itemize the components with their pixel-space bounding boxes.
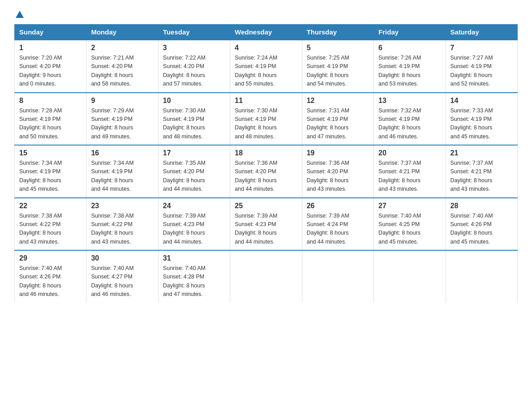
calendar-header-monday: Monday bbox=[86, 25, 158, 40]
day-info: Sunrise: 7:38 AMSunset: 4:22 PMDaylight:… bbox=[91, 212, 153, 247]
calendar-day-cell: 19Sunrise: 7:36 AMSunset: 4:20 PMDayligh… bbox=[302, 145, 373, 198]
day-info: Sunrise: 7:32 AMSunset: 4:19 PMDaylight:… bbox=[378, 107, 441, 141]
calendar-day-cell: 9Sunrise: 7:29 AMSunset: 4:19 PMDaylight… bbox=[86, 93, 158, 146]
calendar-week-row: 8Sunrise: 7:28 AMSunset: 4:19 PMDaylight… bbox=[15, 93, 518, 146]
calendar-day-cell: 25Sunrise: 7:39 AMSunset: 4:23 PMDayligh… bbox=[230, 198, 302, 251]
calendar-day-cell: 8Sunrise: 7:28 AMSunset: 4:19 PMDaylight… bbox=[15, 93, 86, 146]
day-number: 22 bbox=[19, 202, 82, 210]
day-number: 28 bbox=[450, 202, 513, 210]
day-info: Sunrise: 7:34 AMSunset: 4:19 PMDaylight:… bbox=[19, 159, 82, 194]
day-number: 30 bbox=[91, 254, 153, 262]
calendar-day-cell: 14Sunrise: 7:33 AMSunset: 4:19 PMDayligh… bbox=[446, 93, 517, 146]
day-info: Sunrise: 7:31 AMSunset: 4:19 PMDaylight:… bbox=[307, 107, 369, 141]
calendar-empty-cell bbox=[230, 250, 302, 303]
calendar-header-row: SundayMondayTuesdayWednesdayThursdayFrid… bbox=[15, 25, 518, 40]
logo-icon bbox=[16, 11, 24, 18]
day-number: 4 bbox=[235, 44, 297, 52]
day-number: 16 bbox=[91, 149, 153, 157]
day-info: Sunrise: 7:40 AMSunset: 4:27 PMDaylight:… bbox=[91, 264, 153, 299]
day-info: Sunrise: 7:39 AMSunset: 4:23 PMDaylight:… bbox=[163, 212, 225, 247]
calendar-header-thursday: Thursday bbox=[302, 25, 373, 40]
calendar-day-cell: 2Sunrise: 7:21 AMSunset: 4:20 PMDaylight… bbox=[86, 40, 158, 93]
calendar-day-cell: 21Sunrise: 7:37 AMSunset: 4:21 PMDayligh… bbox=[446, 145, 517, 198]
day-info: Sunrise: 7:24 AMSunset: 4:19 PMDaylight:… bbox=[235, 54, 297, 89]
day-info: Sunrise: 7:25 AMSunset: 4:19 PMDaylight:… bbox=[307, 54, 369, 89]
calendar-empty-cell bbox=[374, 250, 446, 303]
calendar-header-sunday: Sunday bbox=[15, 25, 86, 40]
calendar-day-cell: 15Sunrise: 7:34 AMSunset: 4:19 PMDayligh… bbox=[15, 145, 86, 198]
day-info: Sunrise: 7:36 AMSunset: 4:20 PMDaylight:… bbox=[307, 159, 369, 194]
day-info: Sunrise: 7:29 AMSunset: 4:19 PMDaylight:… bbox=[91, 107, 153, 141]
day-number: 8 bbox=[19, 97, 82, 105]
day-info: Sunrise: 7:40 AMSunset: 4:26 PMDaylight:… bbox=[19, 264, 82, 299]
day-number: 11 bbox=[235, 97, 297, 105]
day-number: 1 bbox=[19, 44, 82, 52]
calendar-day-cell: 16Sunrise: 7:34 AMSunset: 4:19 PMDayligh… bbox=[86, 145, 158, 198]
calendar-header-wednesday: Wednesday bbox=[230, 25, 302, 40]
day-info: Sunrise: 7:21 AMSunset: 4:20 PMDaylight:… bbox=[91, 54, 153, 89]
day-number: 13 bbox=[378, 97, 441, 105]
day-info: Sunrise: 7:38 AMSunset: 4:22 PMDaylight:… bbox=[19, 212, 82, 247]
day-number: 26 bbox=[307, 202, 369, 210]
calendar-week-row: 29Sunrise: 7:40 AMSunset: 4:26 PMDayligh… bbox=[15, 250, 518, 303]
day-number: 23 bbox=[91, 202, 153, 210]
calendar-header-friday: Friday bbox=[374, 25, 446, 40]
day-number: 27 bbox=[378, 202, 441, 210]
calendar-day-cell: 11Sunrise: 7:30 AMSunset: 4:19 PMDayligh… bbox=[230, 93, 302, 146]
day-info: Sunrise: 7:37 AMSunset: 4:21 PMDaylight:… bbox=[450, 159, 513, 194]
day-info: Sunrise: 7:33 AMSunset: 4:19 PMDaylight:… bbox=[450, 107, 513, 141]
calendar-day-cell: 17Sunrise: 7:35 AMSunset: 4:20 PMDayligh… bbox=[158, 145, 230, 198]
day-info: Sunrise: 7:40 AMSunset: 4:28 PMDaylight:… bbox=[163, 264, 225, 299]
calendar-header-saturday: Saturday bbox=[446, 25, 517, 40]
calendar-day-cell: 6Sunrise: 7:26 AMSunset: 4:19 PMDaylight… bbox=[374, 40, 446, 93]
day-info: Sunrise: 7:40 AMSunset: 4:26 PMDaylight:… bbox=[450, 212, 513, 247]
day-number: 14 bbox=[450, 97, 513, 105]
calendar-day-cell: 30Sunrise: 7:40 AMSunset: 4:27 PMDayligh… bbox=[86, 250, 158, 303]
day-info: Sunrise: 7:26 AMSunset: 4:19 PMDaylight:… bbox=[378, 54, 441, 89]
calendar-empty-cell bbox=[302, 250, 373, 303]
day-info: Sunrise: 7:27 AMSunset: 4:19 PMDaylight:… bbox=[450, 54, 513, 89]
calendar-header-tuesday: Tuesday bbox=[158, 25, 230, 40]
day-number: 5 bbox=[307, 44, 369, 52]
day-info: Sunrise: 7:37 AMSunset: 4:21 PMDaylight:… bbox=[378, 159, 441, 194]
day-number: 29 bbox=[19, 254, 82, 262]
day-number: 6 bbox=[378, 44, 441, 52]
day-number: 20 bbox=[378, 149, 441, 157]
day-info: Sunrise: 7:39 AMSunset: 4:23 PMDaylight:… bbox=[235, 212, 297, 247]
calendar-day-cell: 22Sunrise: 7:38 AMSunset: 4:22 PMDayligh… bbox=[15, 198, 86, 251]
svg-marker-0 bbox=[16, 11, 24, 18]
calendar-day-cell: 12Sunrise: 7:31 AMSunset: 4:19 PMDayligh… bbox=[302, 93, 373, 146]
day-number: 9 bbox=[91, 97, 153, 105]
page-header bbox=[14, 11, 518, 19]
calendar-day-cell: 26Sunrise: 7:39 AMSunset: 4:24 PMDayligh… bbox=[302, 198, 373, 251]
calendar-day-cell: 18Sunrise: 7:36 AMSunset: 4:20 PMDayligh… bbox=[230, 145, 302, 198]
calendar-day-cell: 29Sunrise: 7:40 AMSunset: 4:26 PMDayligh… bbox=[15, 250, 86, 303]
day-number: 25 bbox=[235, 202, 297, 210]
calendar-day-cell: 3Sunrise: 7:22 AMSunset: 4:20 PMDaylight… bbox=[158, 40, 230, 93]
day-number: 24 bbox=[163, 202, 225, 210]
day-number: 31 bbox=[163, 254, 225, 262]
day-number: 21 bbox=[450, 149, 513, 157]
calendar-day-cell: 20Sunrise: 7:37 AMSunset: 4:21 PMDayligh… bbox=[374, 145, 446, 198]
calendar-day-cell: 7Sunrise: 7:27 AMSunset: 4:19 PMDaylight… bbox=[446, 40, 517, 93]
day-number: 17 bbox=[163, 149, 225, 157]
day-number: 2 bbox=[91, 44, 153, 52]
day-number: 3 bbox=[163, 44, 225, 52]
calendar-week-row: 15Sunrise: 7:34 AMSunset: 4:19 PMDayligh… bbox=[15, 145, 518, 198]
day-number: 18 bbox=[235, 149, 297, 157]
calendar-day-cell: 10Sunrise: 7:30 AMSunset: 4:19 PMDayligh… bbox=[158, 93, 230, 146]
day-number: 7 bbox=[450, 44, 513, 52]
calendar-day-cell: 23Sunrise: 7:38 AMSunset: 4:22 PMDayligh… bbox=[86, 198, 158, 251]
day-number: 12 bbox=[307, 97, 369, 105]
calendar-week-row: 22Sunrise: 7:38 AMSunset: 4:22 PMDayligh… bbox=[15, 198, 518, 251]
logo bbox=[14, 11, 24, 19]
day-number: 10 bbox=[163, 97, 225, 105]
calendar-day-cell: 4Sunrise: 7:24 AMSunset: 4:19 PMDaylight… bbox=[230, 40, 302, 93]
day-info: Sunrise: 7:30 AMSunset: 4:19 PMDaylight:… bbox=[235, 107, 297, 141]
day-info: Sunrise: 7:28 AMSunset: 4:19 PMDaylight:… bbox=[19, 107, 82, 141]
day-info: Sunrise: 7:39 AMSunset: 4:24 PMDaylight:… bbox=[307, 212, 369, 247]
calendar-day-cell: 31Sunrise: 7:40 AMSunset: 4:28 PMDayligh… bbox=[158, 250, 230, 303]
calendar-day-cell: 28Sunrise: 7:40 AMSunset: 4:26 PMDayligh… bbox=[446, 198, 517, 251]
calendar-day-cell: 1Sunrise: 7:20 AMSunset: 4:20 PMDaylight… bbox=[15, 40, 86, 93]
calendar-week-row: 1Sunrise: 7:20 AMSunset: 4:20 PMDaylight… bbox=[15, 40, 518, 93]
